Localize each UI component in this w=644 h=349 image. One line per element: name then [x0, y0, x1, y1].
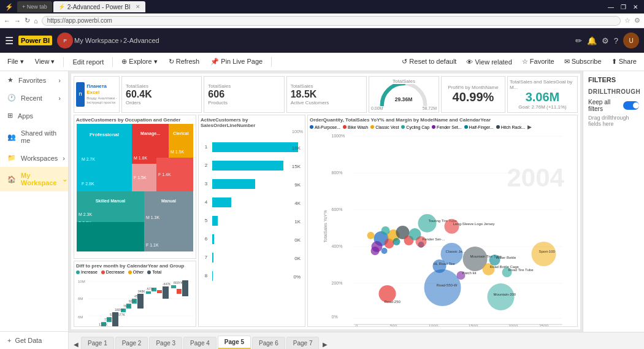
view-menu[interactable]: View ▾: [30, 55, 60, 68]
svg-text:1: 1: [205, 144, 208, 150]
explore-btn[interactable]: ⊕ Explore ▾: [117, 55, 162, 68]
svg-rect-57: [212, 142, 298, 152]
menu-sep-1: [63, 57, 64, 67]
legend-cycling-cap: Cycling Cap: [401, 124, 429, 130]
page-tab-3[interactable]: Page 3: [149, 337, 182, 349]
bar-chart-svg: 1 18K 2 15K 3 9K: [201, 135, 303, 329]
user-avatar[interactable]: U: [623, 33, 639, 48]
svg-point-138: [488, 283, 515, 310]
svg-text:1000%: 1000%: [332, 134, 345, 138]
svg-point-116: [445, 219, 459, 234]
page-tab-7[interactable]: Page 7: [286, 337, 320, 349]
hamburger-menu[interactable]: ☰: [5, 35, 13, 47]
legend-decrease: Decrease: [101, 270, 125, 274]
close-button[interactable]: ✕: [632, 4, 639, 10]
back-button[interactable]: ←: [4, 17, 10, 25]
workspace-selector[interactable]: P My Workspace › 2-Advanced: [57, 33, 159, 48]
legend-more-icon[interactable]: ▶: [527, 124, 532, 130]
sidebar: ★ Favorites › 🕐 Recent › ⊞ Apps 👥 Shared…: [0, 71, 69, 349]
subscribe-btn[interactable]: ✉ Subscribe: [559, 55, 607, 68]
treemap-cell-bottom[interactable]: [77, 222, 144, 251]
view-related-btn[interactable]: 👁 View related: [461, 55, 516, 68]
sidebar-item-shared[interactable]: 👥 Shared with me: [0, 125, 68, 149]
svg-text:169YK: 169YK: [115, 308, 125, 312]
browser-tab-other[interactable]: + New tab: [17, 1, 52, 12]
svg-text:0K: 0K: [294, 256, 301, 261]
edit-icon[interactable]: ✏: [575, 36, 582, 45]
app-bar: ☰ Power BI P My Workspace › 2-Advanced ✏…: [0, 28, 644, 53]
main-area: ★ Favorites › 🕐 Recent › ⊞ Apps 👥 Shared…: [0, 71, 644, 349]
treemap-svg: Professional F 2.8K M 2.7K Manage... M 1…: [76, 124, 194, 251]
recent-label: Recent: [21, 94, 42, 102]
keep-filters-toggle[interactable]: [623, 101, 639, 110]
legend-fender-set-label: Fender Set...: [437, 125, 461, 129]
page-nav-right[interactable]: ▶: [320, 339, 330, 349]
treemap-cell-skilled[interactable]: [77, 191, 144, 222]
svg-text:8: 8: [205, 273, 208, 278]
treemap-card[interactable]: ActiveCustomers by Occupation and Gender…: [74, 115, 196, 259]
page-tab-2[interactable]: Page 2: [115, 337, 148, 349]
page-tab-1[interactable]: Page 1: [81, 337, 114, 349]
svg-text:Professional: Professional: [90, 132, 119, 137]
minimize-button[interactable]: —: [607, 4, 615, 10]
restore-button[interactable]: ❐: [619, 4, 627, 10]
share-btn[interactable]: ⬆ Share: [607, 55, 642, 68]
settings-icon[interactable]: ⚙: [602, 36, 609, 45]
svg-text:803YK: 803YK: [174, 281, 183, 285]
notifications-icon[interactable]: 🔔: [587, 36, 597, 45]
page-tab-5[interactable]: Page 5: [218, 336, 251, 349]
svg-text:800%: 800%: [332, 171, 343, 175]
gauge-title: TotalSales: [393, 79, 415, 84]
sidebar-item-recent[interactable]: 🕐 Recent ›: [0, 89, 68, 107]
bookmark-icon[interactable]: ☆: [624, 17, 631, 25]
treemap-title: ActiveCustomers by Occupation and Gender: [76, 117, 194, 123]
tab-close-icon[interactable]: ✕: [136, 4, 140, 10]
shared-label: Shared with me: [21, 129, 61, 144]
url-field[interactable]: https://app.powerbi.com: [42, 16, 621, 26]
get-data-btn[interactable]: + Get Data: [0, 331, 68, 349]
home-button[interactable]: ⌂: [34, 17, 38, 25]
reset-btn[interactable]: ↺ Reset to default: [397, 55, 461, 68]
drillthrough-title: DRILLTHROUGH: [588, 88, 639, 95]
sales-goal-title: TotalSales and SalesGoal by M...: [510, 79, 575, 90]
title-bar-right: — ❐ ✕: [607, 4, 639, 10]
svg-text:400%: 400%: [332, 244, 343, 248]
company-name: Планета Excel Воуду Аналітики - Інструкц…: [86, 83, 117, 105]
refresh-btn[interactable]: ↻ Refresh: [164, 55, 205, 68]
left-col: ActiveCustomers by Occupation and Gender…: [74, 115, 196, 327]
svg-text:M 1.8K: M 1.8K: [134, 156, 148, 160]
browser-tab-active[interactable]: ⚡ 2-Advanced - Power BI ✕: [53, 1, 145, 12]
kpi-orders-sub: Orders: [126, 100, 197, 105]
sidebar-item-my-workspace[interactable]: 🏠 My Workspace ⌄: [0, 167, 68, 191]
profit-value: 40.99%: [453, 90, 494, 104]
page-nav-left[interactable]: ◀: [71, 339, 81, 349]
svg-text:948K: 948K: [138, 290, 145, 293]
pin-live-btn[interactable]: 📌 Pin Live Page: [205, 55, 267, 68]
sidebar-item-workspaces[interactable]: 📁 Workspaces ›: [0, 149, 68, 167]
svg-text:6M: 6M: [78, 315, 83, 319]
forward-button[interactable]: →: [14, 17, 21, 25]
my-workspace-icon: 🏠: [7, 175, 16, 183]
kpi-orders: TotalSales 60.4K Orders: [121, 76, 202, 113]
help-icon[interactable]: ?: [614, 36, 618, 45]
legend-cycling-cap-label: Cycling Cap: [406, 125, 429, 129]
waterfall-title: Diff to prev month by CalendarYear and G…: [76, 263, 194, 269]
app-logo: Power BI: [18, 36, 52, 45]
page-tab-6[interactable]: Page 6: [252, 337, 285, 349]
refresh-button[interactable]: ↻: [25, 17, 30, 25]
extension-icon[interactable]: ⚙: [634, 17, 640, 25]
file-menu[interactable]: File ▾: [2, 55, 29, 68]
sidebar-item-apps[interactable]: ⊞ Apps: [0, 107, 68, 125]
waterfall-card[interactable]: Diff to prev month by CalendarYear and G…: [74, 261, 196, 327]
favorite-btn[interactable]: ☆ Favorite: [517, 55, 559, 68]
svg-rect-78: [212, 271, 213, 281]
bubble-chart-card[interactable]: OrderQuantity, TotalSales YoY% and Margi…: [307, 115, 578, 327]
bar-chart-card[interactable]: ActiveCustomers by SalesOrderLineNumber …: [198, 115, 305, 327]
filters-panel: FILTERS DRILLTHROUGH Keep all filters Dr…: [583, 71, 644, 332]
edit-report-btn[interactable]: Edit report: [67, 56, 109, 68]
sidebar-item-favorites[interactable]: ★ Favorites ›: [0, 71, 68, 89]
legend-classic-vest: Classic Vest: [370, 124, 399, 130]
svg-text:1167K: 1167K: [99, 323, 108, 326]
svg-text:3: 3: [205, 181, 208, 186]
page-tab-4[interactable]: Page 4: [183, 337, 217, 349]
